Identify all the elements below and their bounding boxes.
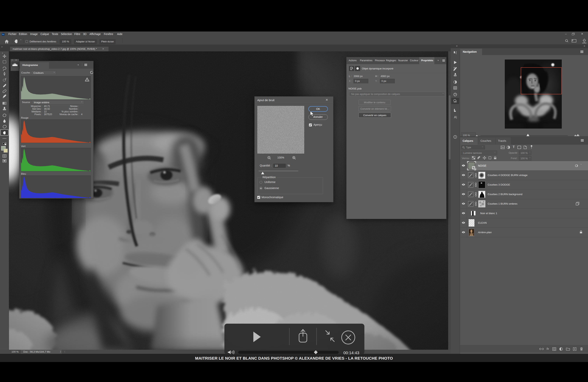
svg-text:»: » bbox=[2, 52, 3, 54]
svg-text:A: A bbox=[454, 116, 456, 119]
